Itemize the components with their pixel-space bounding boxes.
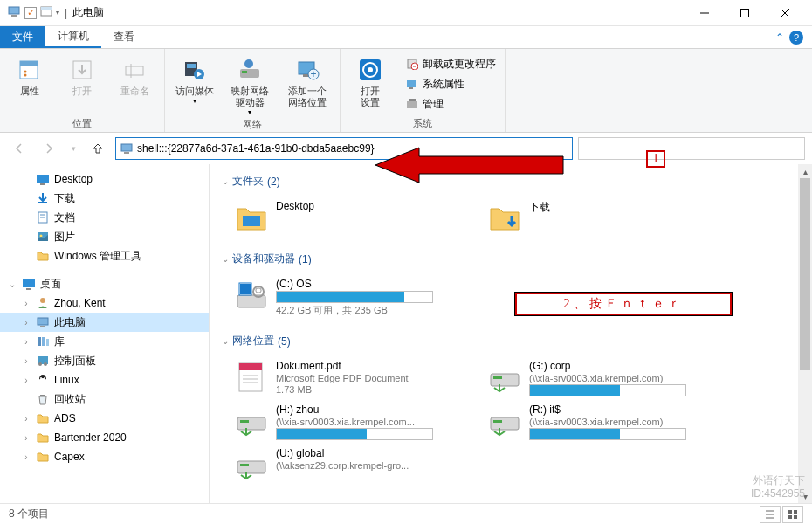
manage-button[interactable]: 管理	[402, 95, 499, 114]
folder-desktop[interactable]: Desktop	[231, 196, 449, 238]
scroll-up-icon[interactable]: ▴	[798, 164, 812, 178]
chevron-down-icon[interactable]: ⌄	[7, 279, 17, 289]
folder-icon	[35, 410, 51, 426]
scroll-down-icon[interactable]: ▾	[798, 489, 812, 503]
tree-thispc[interactable]: ›此电脑	[0, 313, 209, 332]
back-button[interactable]	[7, 136, 31, 161]
open-settings-button[interactable]: 打开 设置	[346, 52, 395, 115]
view-icons-button[interactable]	[782, 506, 803, 523]
chevron-right-icon[interactable]: ›	[21, 356, 31, 366]
drive-g[interactable]: (G:) corp (\\xia-srv0003.xia.krempel.com…	[484, 356, 702, 400]
chevron-right-icon[interactable]: ›	[21, 433, 31, 443]
open-button[interactable]: 打开	[58, 52, 107, 115]
tree-controlpanel[interactable]: ›控制面板	[0, 351, 209, 370]
nav-bar: ▾	[0, 133, 812, 164]
tree-capex[interactable]: ›Capex	[0, 447, 209, 466]
svg-rect-19	[242, 71, 247, 73]
tree-downloads[interactable]: 下载	[0, 189, 209, 208]
os-drive-icon	[234, 278, 269, 313]
svg-point-54	[38, 362, 42, 366]
chevron-right-icon[interactable]: ›	[21, 337, 31, 347]
rename-button[interactable]: 重命名	[110, 52, 159, 115]
drive-c[interactable]: (C:) OS 42.2 GB 可用，共 235 GB	[231, 274, 449, 321]
tree-user[interactable]: ›Zhou, Kent	[0, 293, 209, 313]
ribbon-collapse[interactable]: ⌃ ?	[767, 26, 812, 48]
folder-icon	[35, 449, 51, 465]
scrollbar-thumb[interactable]	[800, 178, 810, 370]
section-folders-header[interactable]: ⌄ 文件夹 (2)	[222, 171, 800, 191]
content-area[interactable]: ▴ ▾ ⌄ 文件夹 (2) Desktop 下载	[210, 164, 812, 503]
tree-bartender[interactable]: ›Bartender 2020	[0, 428, 209, 447]
tree-documents[interactable]: 文档	[0, 208, 209, 227]
chevron-right-icon[interactable]: ›	[21, 299, 31, 308]
chevron-right-icon[interactable]: ›	[21, 452, 31, 462]
uninstall-button[interactable]: 卸载或更改程序	[402, 55, 499, 73]
svg-rect-51	[42, 337, 45, 346]
tree-pictures[interactable]: 图片	[0, 227, 209, 246]
map-drive-button[interactable]: 映射网络 驱动器 ▾	[223, 52, 277, 116]
up-button[interactable]	[86, 136, 110, 161]
network-drive-icon	[234, 447, 269, 482]
chevron-right-icon[interactable]: ›	[21, 318, 31, 328]
svg-rect-80	[493, 420, 502, 423]
view-details-button[interactable]	[760, 506, 781, 523]
body: Desktop 下载 文档 图片 Windows 管理工具 ⌄桌面 ›Zhou,…	[0, 164, 812, 503]
checkbox-icon[interactable]: ✓	[24, 7, 37, 19]
drive-r[interactable]: (R:) it$ (\\xia-srv0003.xia.krempel.com)	[484, 400, 702, 444]
close-button[interactable]	[765, 0, 805, 26]
drive-usage-bar	[276, 428, 433, 440]
tree-desktop[interactable]: Desktop	[0, 169, 209, 189]
svg-rect-69	[256, 288, 261, 293]
section-network-header[interactable]: ⌄ 网络位置 (5)	[222, 331, 800, 351]
quickaccess-dropdown-icon[interactable]: ▾	[56, 9, 59, 17]
media-icon	[181, 56, 209, 84]
tree-linux[interactable]: ›Linux	[0, 370, 209, 390]
tab-file[interactable]: 文件	[0, 26, 45, 48]
properties-button[interactable]: 属性	[5, 52, 54, 115]
settings-icon	[356, 56, 384, 84]
item-pdf[interactable]: Dokument.pdf Microsoft Edge PDF Document…	[231, 356, 449, 400]
tree-ads[interactable]: ›ADS	[0, 409, 209, 428]
system-props-icon	[405, 77, 419, 91]
add-network-location-button[interactable]: + 添加一个 网络位置	[280, 52, 334, 116]
svg-point-11	[24, 74, 27, 77]
search-box[interactable]	[578, 137, 805, 160]
help-icon[interactable]: ?	[789, 31, 803, 45]
documents-icon	[35, 210, 51, 225]
tab-view[interactable]: 查看	[101, 26, 147, 48]
chevron-up-icon: ⌃	[775, 31, 784, 44]
tree-desktop-root[interactable]: ⌄桌面	[0, 274, 209, 293]
nav-tree[interactable]: Desktop 下载 文档 图片 Windows 管理工具 ⌄桌面 ›Zhou,…	[0, 164, 210, 503]
scrollbar[interactable]: ▴ ▾	[798, 164, 812, 503]
chevron-right-icon[interactable]: ›	[21, 414, 31, 424]
minimize-button[interactable]	[685, 0, 725, 26]
system-properties-button[interactable]: 系统属性	[402, 75, 499, 93]
svg-rect-33	[407, 101, 417, 108]
address-bar[interactable]	[115, 137, 573, 160]
svg-text:+: +	[310, 68, 316, 80]
downloads-icon	[35, 190, 51, 206]
svg-point-10	[24, 71, 27, 73]
drive-u[interactable]: (U:) global (\\aksenz29.corp.krempel-gro…	[231, 444, 449, 486]
drive-h[interactable]: (H:) zhou (\\xia-srv0003.xia.krempel.com…	[231, 400, 449, 444]
access-media-button[interactable]: 访问媒体 ▾	[170, 52, 219, 116]
folder-icon	[487, 200, 522, 235]
tree-admintools[interactable]: Windows 管理工具	[0, 246, 209, 265]
chevron-right-icon[interactable]: ›	[21, 376, 31, 385]
svg-rect-75	[491, 374, 519, 386]
maximize-button[interactable]	[725, 0, 765, 26]
section-devices-header[interactable]: ⌄ 设备和驱动器 (1)	[222, 249, 800, 269]
folder-icon	[234, 200, 269, 235]
props-icon[interactable]	[40, 5, 52, 20]
address-input[interactable]	[137, 142, 568, 155]
svg-rect-64	[240, 284, 245, 289]
libraries-icon	[35, 334, 51, 349]
tree-recycle[interactable]: 回收站	[0, 390, 209, 409]
tab-computer[interactable]: 计算机	[45, 26, 101, 48]
tree-libraries[interactable]: ›库	[0, 332, 209, 351]
dropdown-arrow-icon: ▾	[248, 108, 251, 116]
svg-rect-3	[41, 7, 52, 10]
forward-button[interactable]	[37, 136, 61, 161]
recent-dropdown[interactable]: ▾	[66, 136, 80, 161]
folder-downloads[interactable]: 下载	[484, 196, 702, 238]
